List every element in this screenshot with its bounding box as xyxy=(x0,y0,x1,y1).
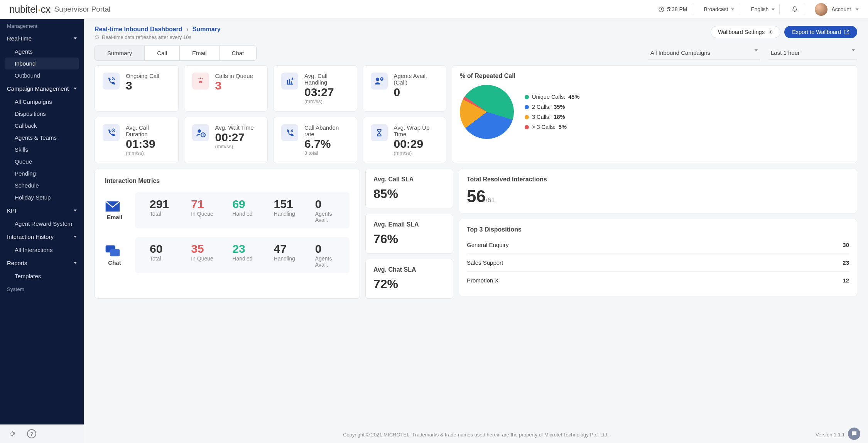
tab-summary[interactable]: Summary xyxy=(95,46,145,60)
sidebar-item-pending[interactable]: Pending xyxy=(0,167,84,179)
btn-label: Wallboard Settings xyxy=(718,29,765,35)
metric-value: 0 xyxy=(315,198,346,211)
campaign-select[interactable]: All Inbound Campaigns xyxy=(648,47,760,59)
metric-label: Call Abandon rate xyxy=(304,124,349,137)
sidebar-group-history[interactable]: Interaction History xyxy=(0,230,84,244)
chevron-down-icon xyxy=(755,49,758,51)
swatch-icon xyxy=(525,125,529,129)
notifications-button[interactable] xyxy=(787,4,803,15)
help-icon[interactable]: ? xyxy=(27,429,36,438)
export-icon xyxy=(844,29,849,35)
gear-icon[interactable] xyxy=(8,429,16,438)
tab-call[interactable]: Call xyxy=(145,46,180,60)
sidebar-item-outbound[interactable]: Outbound xyxy=(0,69,84,81)
sidebar-label: Real-time xyxy=(7,35,32,42)
card-title: Total Resolved Interactions xyxy=(467,176,849,183)
chat-icon xyxy=(105,245,120,258)
tab-chat[interactable]: Chat xyxy=(220,46,257,60)
disposition-row: Promotion X12 xyxy=(467,272,849,289)
pie-chart xyxy=(449,74,525,150)
channel-label: Chat xyxy=(105,259,124,266)
metric-label: Agents Avail. xyxy=(315,255,346,268)
disp-name: Sales Support xyxy=(467,259,503,266)
sidebar-section-system: System xyxy=(0,282,84,294)
metric-value: 6.7% xyxy=(304,137,349,150)
svg-point-2 xyxy=(376,78,379,81)
language-menu[interactable]: English xyxy=(746,4,780,15)
metric-label: Agents Avail. (Call) xyxy=(394,73,439,86)
metric-avg-handling: Avg. Call Handling03:27(mm/ss) xyxy=(273,65,357,112)
metric-value: 60 xyxy=(150,242,180,255)
swatch-icon xyxy=(525,95,529,99)
card-title: Avg. Chat SLA xyxy=(373,266,445,273)
topbar: nubitel·cx Supervisor Portal 5:38 PM Bro… xyxy=(0,0,868,19)
email-icon xyxy=(105,201,120,212)
bell-icon xyxy=(791,6,798,13)
sidebar-group-realtime[interactable]: Real-time xyxy=(0,31,84,46)
metric-value: 0 xyxy=(315,242,346,255)
legend-value: 5% xyxy=(559,124,567,130)
legend-item: 3 Calls: 18% xyxy=(525,114,579,120)
sidebar-item-templates[interactable]: Templates xyxy=(0,270,84,282)
user-clock-icon xyxy=(192,124,209,141)
sidebar-item-all-interactions[interactable]: All Interactions xyxy=(0,244,84,256)
email-metrics-row: 291Total 71In Queue 69Handled 151Handlin… xyxy=(135,192,350,228)
resolved-denom: /61 xyxy=(486,196,495,204)
card-value: 76% xyxy=(373,232,445,246)
sidebar-item-agents-teams[interactable]: Agents & Teams xyxy=(0,132,84,144)
sidebar-item-all-campaigns[interactable]: All Campaigns xyxy=(0,96,84,108)
wallboard-settings-button[interactable]: Wallboard Settings xyxy=(711,26,780,38)
metric-value: 71 xyxy=(191,198,221,211)
chevron-down-icon xyxy=(856,8,859,10)
sidebar-item-agents[interactable]: Agents xyxy=(0,46,84,57)
sidebar-section-management: Management xyxy=(0,19,84,31)
svg-point-1 xyxy=(770,31,771,33)
sidebar-item-callback[interactable]: Callback xyxy=(0,120,84,132)
metric-abandon-rate: Call Abandon rate6.7%3 total xyxy=(273,117,357,163)
metric-value: 35 xyxy=(191,242,221,255)
tab-email[interactable]: Email xyxy=(180,46,220,60)
legend-label: > 3 Calls: xyxy=(532,124,556,130)
sidebar-item-agent-reward[interactable]: Agent Reward System xyxy=(0,218,84,230)
sidebar-footer: ? xyxy=(0,424,84,443)
agents-icon xyxy=(371,73,388,90)
sidebar-group-campaign[interactable]: Campaign Management xyxy=(0,81,84,96)
brand-name: nubitel xyxy=(9,3,37,15)
metric-avg-wait: Avg. Wait Time00:27(mm/ss) xyxy=(184,117,268,163)
metric-wrap-time: Avg. Wrap Up Time00:29(mm/ss) xyxy=(363,117,447,163)
version-link[interactable]: Version 1.1.1 xyxy=(816,432,845,438)
export-wallboard-button[interactable]: Export to Wallboard xyxy=(784,26,857,38)
live-chat-button[interactable] xyxy=(848,428,860,440)
metric-label: Agents Avail. xyxy=(315,211,346,223)
chat-bubble-icon xyxy=(851,430,858,437)
sidebar-item-inbound[interactable]: Inbound xyxy=(5,57,79,69)
channel-label: Email xyxy=(105,214,124,220)
sidebar: Management Real-time Agents Inbound Outb… xyxy=(0,19,84,443)
metric-ongoing-call: Ongoing Call3 xyxy=(95,65,179,112)
sidebar-item-schedule[interactable]: Schedule xyxy=(0,179,84,191)
sidebar-item-queue[interactable]: Queue xyxy=(0,156,84,167)
sidebar-item-dispositions[interactable]: Dispositions xyxy=(0,108,84,120)
sidebar-item-holiday[interactable]: Holiday Setup xyxy=(0,191,84,203)
account-menu[interactable]: Account xyxy=(810,4,859,15)
disp-count: 23 xyxy=(843,259,849,266)
breadcrumb-root[interactable]: Real-time Inbound Dashboard xyxy=(95,26,182,32)
card-title: Avg. Call SLA xyxy=(373,176,445,183)
metric-value: 69 xyxy=(232,198,263,211)
legend-label: 2 Calls: xyxy=(532,104,551,110)
sidebar-item-skills[interactable]: Skills xyxy=(0,144,84,156)
range-select[interactable]: Last 1 hour xyxy=(768,47,857,59)
resolved-num: 56 xyxy=(467,187,486,206)
card-title: Interaction Metrics xyxy=(105,178,350,184)
breadcrumb-current: Summary xyxy=(193,26,221,32)
chevron-down-icon xyxy=(74,88,77,90)
card-title: Top 3 Dispositions xyxy=(467,226,849,233)
sidebar-group-kpi[interactable]: KPI xyxy=(0,203,84,218)
sidebar-group-reports[interactable]: Reports xyxy=(0,256,84,270)
swatch-icon xyxy=(525,105,529,109)
chevron-down-icon xyxy=(74,37,77,39)
broadcast-menu[interactable]: Broadcast xyxy=(699,4,739,15)
chevron-down-icon xyxy=(74,236,77,238)
metric-value: 3 xyxy=(215,79,253,92)
breadcrumb: Real-time Inbound Dashboard › Summary xyxy=(95,26,221,33)
